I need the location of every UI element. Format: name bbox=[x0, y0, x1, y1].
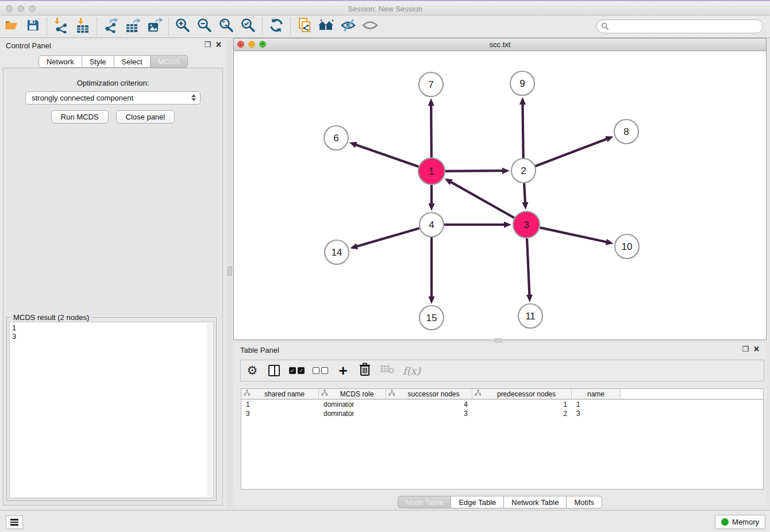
splitter-handle[interactable] bbox=[228, 267, 232, 276]
open-session-button[interactable] bbox=[0, 17, 22, 36]
create-column-button[interactable]: + bbox=[336, 363, 350, 378]
home-view-button[interactable] bbox=[315, 17, 337, 36]
show-console-button[interactable] bbox=[6, 515, 23, 529]
export-image-button[interactable] bbox=[144, 17, 165, 36]
table-cell[interactable]: 3 bbox=[241, 409, 319, 418]
zoom-in-button[interactable] bbox=[172, 17, 194, 36]
table-panel-header: Table Panel ❒ ✕ bbox=[233, 342, 767, 357]
tab-style[interactable]: Style bbox=[82, 55, 114, 68]
column-header-MCDS-role[interactable]: MCDS role bbox=[319, 389, 386, 399]
eye-icon bbox=[361, 17, 379, 36]
hide-graphics-button[interactable] bbox=[337, 17, 359, 36]
mcds-result-text[interactable]: 13 bbox=[9, 322, 214, 498]
tab-node-table[interactable]: Node Table bbox=[398, 496, 452, 508]
node-2[interactable]: 2 bbox=[511, 159, 536, 183]
table-cell[interactable]: dominator bbox=[319, 400, 386, 409]
zoom-out-button[interactable] bbox=[194, 17, 215, 36]
table-cell[interactable]: 3 bbox=[572, 409, 621, 418]
node-3[interactable]: 3 bbox=[513, 211, 540, 238]
vertical-splitter[interactable] bbox=[226, 38, 233, 508]
import-network-button[interactable] bbox=[50, 17, 72, 36]
node-table[interactable]: shared nameMCDS rolesuccessor nodesprede… bbox=[241, 388, 764, 489]
run-mcds-button[interactable]: Run MCDS bbox=[51, 110, 109, 124]
edge-2-9[interactable] bbox=[519, 97, 526, 158]
edge-4-14[interactable] bbox=[350, 228, 419, 249]
column-header-successor-nodes[interactable]: successor nodes bbox=[386, 389, 472, 399]
node-9[interactable]: 9 bbox=[510, 71, 534, 95]
delete-column-button[interactable] bbox=[358, 363, 372, 378]
column-label: name bbox=[572, 390, 620, 398]
edge-4-3[interactable] bbox=[444, 222, 511, 228]
close-table-panel-icon[interactable]: ✕ bbox=[753, 345, 760, 353]
edge-3-11[interactable] bbox=[526, 238, 533, 302]
node-1[interactable]: 1 bbox=[418, 158, 445, 184]
column-header-predecessor-nodes[interactable]: predecessor nodes bbox=[472, 389, 572, 399]
network-window-titlebar[interactable]: x − + scc.txt bbox=[234, 38, 766, 51]
node-4[interactable]: 4 bbox=[419, 213, 444, 237]
edge-2-3[interactable] bbox=[522, 183, 528, 210]
table-cell[interactable]: 2 bbox=[472, 409, 572, 418]
table-cell[interactable]: dominator bbox=[319, 409, 386, 418]
deselect-all-rows-button[interactable] bbox=[313, 363, 328, 378]
tab-motifs[interactable]: Motifs bbox=[567, 496, 602, 508]
table-settings-button[interactable]: ⚙ bbox=[245, 363, 259, 378]
node-7[interactable]: 7 bbox=[419, 72, 443, 97]
memory-button[interactable]: Memory bbox=[715, 515, 765, 529]
float-table-panel-icon[interactable]: ❒ bbox=[742, 345, 749, 353]
export-table-button[interactable] bbox=[122, 17, 144, 36]
edge-3-1[interactable] bbox=[445, 179, 514, 218]
zoom-fit-icon bbox=[218, 17, 234, 36]
export-network-button[interactable] bbox=[100, 17, 122, 36]
close-panel-icon[interactable]: ✕ bbox=[215, 41, 222, 49]
criterion-dropdown[interactable]: strongly connected component bbox=[25, 91, 201, 105]
table-cell[interactable]: 3 bbox=[386, 409, 472, 418]
zoom-selected-button[interactable] bbox=[237, 17, 259, 36]
search-input[interactable] bbox=[596, 20, 763, 33]
show-columns-button[interactable] bbox=[267, 363, 281, 378]
edge-1-7[interactable] bbox=[428, 98, 434, 157]
node-8[interactable]: 8 bbox=[614, 119, 638, 144]
float-panel-icon[interactable]: ❒ bbox=[204, 41, 211, 49]
close-panel-button[interactable]: Close panel bbox=[116, 110, 175, 124]
clone-network-icon bbox=[297, 17, 313, 36]
show-graphics-button[interactable] bbox=[359, 17, 381, 36]
tab-select[interactable]: Select bbox=[114, 55, 151, 68]
horizontal-splitter-handle[interactable] bbox=[494, 338, 502, 342]
tab-mcds[interactable]: MCDS bbox=[151, 55, 188, 68]
network-canvas[interactable]: 1234678910111415 bbox=[234, 51, 766, 340]
import-table-button[interactable] bbox=[72, 17, 94, 36]
node-14[interactable]: 14 bbox=[325, 240, 349, 264]
network-window-title: scc.txt bbox=[234, 40, 766, 49]
edge-3-10[interactable] bbox=[540, 228, 613, 245]
node-10[interactable]: 10 bbox=[615, 234, 639, 259]
table-cell[interactable]: 4 bbox=[386, 400, 472, 409]
table-row[interactable]: 3dominator323 bbox=[241, 409, 763, 418]
result-scrollbar[interactable] bbox=[207, 323, 213, 497]
table-row[interactable]: 1dominator411 bbox=[241, 400, 763, 409]
node-15[interactable]: 15 bbox=[419, 306, 444, 330]
tab-network[interactable]: Network bbox=[38, 55, 82, 68]
table-panel: Table Panel ❒ ✕ ⚙ ✓✓ + bbox=[233, 342, 767, 508]
app-window: Session: New Session bbox=[0, 0, 770, 532]
table-cell[interactable]: 1 bbox=[572, 400, 621, 409]
edge-2-8[interactable] bbox=[536, 136, 614, 166]
select-all-rows-button[interactable]: ✓✓ bbox=[289, 363, 305, 378]
edge-4-15[interactable] bbox=[429, 237, 435, 304]
edge-1-4[interactable] bbox=[429, 185, 435, 211]
table-cell[interactable]: 1 bbox=[241, 400, 319, 409]
edge-1-2[interactable] bbox=[445, 168, 510, 174]
column-header-name[interactable]: name bbox=[572, 389, 621, 399]
clone-network-button[interactable] bbox=[294, 17, 315, 36]
node-label: 14 bbox=[332, 247, 342, 258]
zoom-fit-button[interactable] bbox=[215, 17, 237, 36]
apply-layout-button[interactable] bbox=[265, 17, 287, 36]
memory-status-icon bbox=[721, 518, 729, 526]
save-session-button[interactable] bbox=[22, 17, 44, 36]
node-11[interactable]: 11 bbox=[518, 304, 542, 328]
table-cell[interactable]: 1 bbox=[472, 400, 572, 409]
tab-network-table[interactable]: Network Table bbox=[504, 496, 567, 508]
node-6[interactable]: 6 bbox=[324, 126, 348, 150]
tab-edge-table[interactable]: Edge Table bbox=[451, 496, 504, 508]
column-header-shared-name[interactable]: shared name bbox=[241, 389, 319, 399]
edge-1-6[interactable] bbox=[349, 142, 419, 167]
